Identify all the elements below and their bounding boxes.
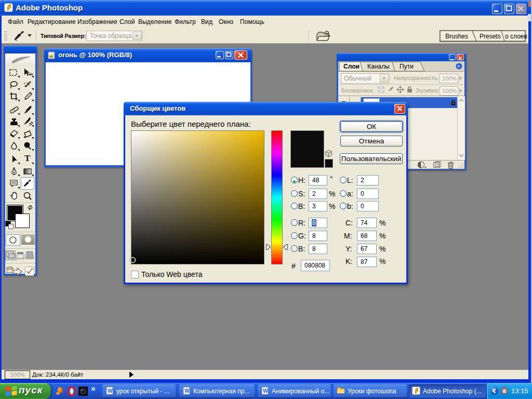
svg-text:W: W — [263, 388, 268, 394]
svg-text:W: W — [108, 388, 113, 394]
svg-text:W: W — [184, 388, 190, 394]
svg-text:a: a — [503, 388, 507, 394]
